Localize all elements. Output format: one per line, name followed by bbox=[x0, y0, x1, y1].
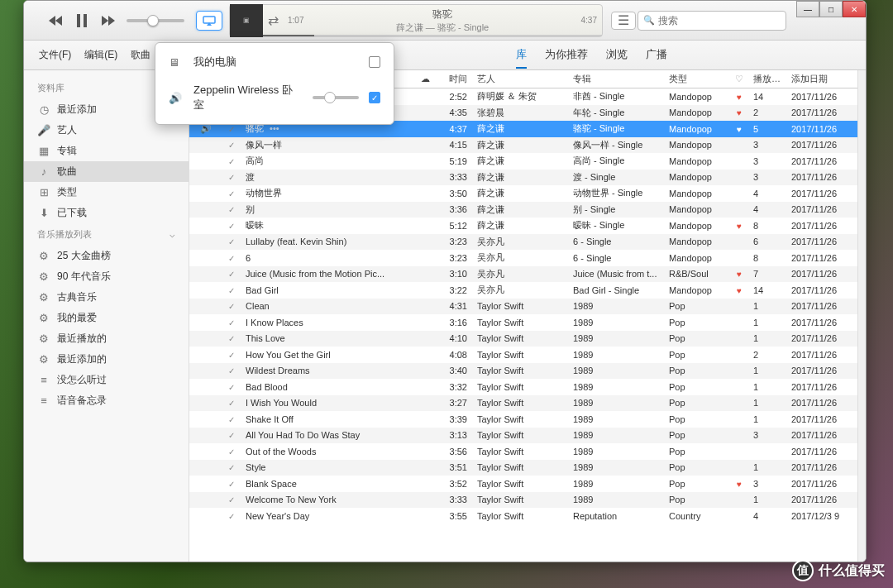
device-checkbox[interactable]: ✓ bbox=[369, 92, 380, 103]
sidebar-item[interactable]: ♪歌曲 bbox=[24, 161, 189, 182]
col-plays[interactable]: 播放次数 bbox=[748, 73, 786, 85]
sidebar-item[interactable]: ≡没怎么听过 bbox=[24, 370, 189, 390]
tab[interactable]: 广播 bbox=[646, 42, 667, 69]
track-row[interactable]: ✓ Blank Space 3:52 Taylor Swift 1989 Pop… bbox=[189, 476, 857, 492]
airplay-device[interactable]: 🔊 Zeppelin Wireless 卧室 ✓ bbox=[155, 76, 394, 119]
sidebar-item[interactable]: ⚙25 大金曲榜 bbox=[24, 246, 189, 266]
check-icon[interactable]: ✓ bbox=[228, 366, 235, 375]
maximize-button[interactable]: □ bbox=[819, 1, 843, 17]
pause-button[interactable] bbox=[70, 11, 93, 31]
menu-item[interactable]: 编辑(E) bbox=[78, 45, 124, 65]
col-artist[interactable]: 艺人 bbox=[472, 73, 568, 85]
track-row[interactable]: ✓ I Wish You Would 3:27 Taylor Swift 198… bbox=[189, 395, 857, 412]
check-icon[interactable]: ✓ bbox=[228, 157, 235, 166]
minimize-button[interactable]: — bbox=[796, 1, 819, 17]
track-row[interactable]: ✓ 像风一样 4:15 薛之谦 像风一样 - Single Mandopop 3… bbox=[189, 137, 857, 154]
sidebar-item[interactable]: ▦专辑 bbox=[24, 141, 189, 161]
heart-icon[interactable]: ♥ bbox=[737, 93, 742, 102]
check-icon[interactable]: ✓ bbox=[228, 254, 235, 263]
track-row[interactable]: ✓ Bad Girl 3:22 吴亦凡 Bad Girl - Single Ma… bbox=[189, 282, 857, 299]
check-icon[interactable]: ✓ bbox=[228, 463, 235, 472]
prev-button[interactable] bbox=[44, 11, 67, 31]
track-row[interactable]: ✓ 动物世界 3:50 薛之谦 动物世界 - Single Mandopop 4… bbox=[189, 185, 857, 202]
heart-icon[interactable]: ♡ bbox=[730, 74, 748, 84]
menu-item[interactable]: 歌曲 bbox=[124, 45, 157, 65]
sidebar-item[interactable]: ⊞类型 bbox=[24, 182, 189, 203]
check-icon[interactable]: ✓ bbox=[228, 189, 235, 198]
more-icon[interactable]: ••• bbox=[267, 123, 279, 133]
check-icon[interactable]: ✓ bbox=[228, 270, 235, 279]
heart-icon[interactable]: ♥ bbox=[737, 125, 742, 134]
heart-icon[interactable]: ♥ bbox=[737, 480, 742, 489]
col-album[interactable]: 专辑 bbox=[568, 73, 664, 85]
sidebar-item[interactable]: ≡语音备忘录 bbox=[24, 390, 189, 411]
track-row[interactable]: ✓ All You Had To Do Was Stay 3:13 Taylor… bbox=[189, 428, 857, 444]
chevron-icon[interactable]: ⌵ bbox=[170, 229, 175, 240]
track-row[interactable]: ✓ Juice (Music from the Motion Pic... 3:… bbox=[189, 266, 857, 283]
progress-bar[interactable] bbox=[263, 35, 602, 36]
sidebar-item[interactable]: ⚙古典音乐 bbox=[24, 287, 189, 308]
tab[interactable]: 库 bbox=[516, 42, 527, 69]
track-row[interactable]: ✓ 渡 3:33 薛之谦 渡 - Single Mandopop 3 2017/… bbox=[189, 170, 857, 186]
track-row[interactable]: ✓ Welcome To New York 3:33 Taylor Swift … bbox=[189, 492, 857, 509]
check-icon[interactable]: ✓ bbox=[228, 237, 235, 246]
check-icon[interactable]: ✓ bbox=[228, 334, 235, 343]
track-row[interactable]: ✓ I Know Places 3:16 Taylor Swift 1989 P… bbox=[189, 314, 857, 331]
cloud-icon[interactable]: ☁ bbox=[413, 74, 437, 84]
track-row[interactable]: ✓ Out of the Woods 3:56 Taylor Swift 198… bbox=[189, 443, 857, 460]
check-icon[interactable]: ✓ bbox=[228, 318, 235, 327]
track-row[interactable]: ✓ Wildest Dreams 3:40 Taylor Swift 1989 … bbox=[189, 363, 857, 380]
sidebar-item[interactable]: ⚙最近添加的 bbox=[24, 349, 189, 370]
volume-slider[interactable] bbox=[127, 19, 184, 22]
device-checkbox[interactable] bbox=[369, 56, 380, 68]
scrollbar[interactable] bbox=[857, 70, 866, 562]
device-volume-slider[interactable] bbox=[313, 96, 359, 99]
check-icon[interactable]: ✓ bbox=[228, 141, 235, 150]
check-icon[interactable]: ✓ bbox=[228, 399, 235, 408]
check-icon[interactable]: ✓ bbox=[228, 222, 235, 231]
check-icon[interactable]: ✓ bbox=[228, 480, 235, 489]
tab[interactable]: 浏览 bbox=[606, 42, 628, 69]
track-row[interactable]: ✓ Shake It Off 3:39 Taylor Swift 1989 Po… bbox=[189, 411, 857, 428]
track-row[interactable]: ✓ Style 3:51 Taylor Swift 1989 Pop 1 201… bbox=[189, 460, 857, 476]
track-row[interactable]: ✓ Bad Blood 3:32 Taylor Swift 1989 Pop 1… bbox=[189, 379, 857, 395]
sidebar-item[interactable]: ⬇已下载 bbox=[24, 203, 189, 223]
track-row[interactable]: ✓ How You Get the Girl 4:08 Taylor Swift… bbox=[189, 347, 857, 363]
check-icon[interactable]: ✓ bbox=[228, 286, 235, 295]
airplay-button[interactable] bbox=[196, 11, 222, 31]
close-button[interactable]: ✕ bbox=[843, 1, 866, 17]
check-icon[interactable]: ✓ bbox=[228, 173, 235, 182]
next-button[interactable] bbox=[97, 11, 120, 31]
check-icon[interactable]: ✓ bbox=[228, 302, 235, 311]
check-icon[interactable]: ✓ bbox=[228, 512, 235, 521]
heart-icon[interactable]: ♥ bbox=[737, 108, 742, 117]
heart-icon[interactable]: ♥ bbox=[737, 222, 742, 231]
menu-item[interactable]: 文件(F) bbox=[32, 45, 78, 65]
sidebar-item[interactable]: ⚙最近播放的 bbox=[24, 328, 189, 349]
check-icon[interactable]: ✓ bbox=[228, 125, 235, 134]
track-row[interactable]: ✓ This Love 4:10 Taylor Swift 1989 Pop 1… bbox=[189, 331, 857, 347]
check-icon[interactable]: ✓ bbox=[228, 415, 235, 424]
col-genre[interactable]: 类型 bbox=[664, 73, 730, 85]
check-icon[interactable]: ✓ bbox=[228, 495, 235, 504]
search-input[interactable] bbox=[658, 15, 781, 26]
heart-icon[interactable]: ♥ bbox=[737, 286, 742, 295]
track-row[interactable]: ✓ Clean 4:31 Taylor Swift 1989 Pop 1 201… bbox=[189, 299, 857, 315]
track-row[interactable]: ✓ 6 3:23 吴亦凡 6 - Single Mandopop 8 2017/… bbox=[189, 250, 857, 266]
airplay-device[interactable]: 🖥 我的电脑 bbox=[155, 48, 394, 76]
col-date[interactable]: 添加日期 bbox=[786, 73, 857, 85]
check-icon[interactable]: ✓ bbox=[228, 383, 235, 392]
list-view-button[interactable]: ☰ bbox=[611, 12, 636, 30]
track-row[interactable]: ✓ Lullaby (feat. Kevin Shin) 3:23 吴亦凡 6 … bbox=[189, 234, 857, 251]
col-time[interactable]: 时间 bbox=[437, 73, 472, 85]
track-row[interactable]: ✓ 高尚 5:19 薛之谦 高尚 - Single Mandopop 3 201… bbox=[189, 153, 857, 170]
tab[interactable]: 为你推荐 bbox=[545, 42, 588, 69]
shuffle-icon[interactable]: ⇄ bbox=[263, 12, 283, 28]
sidebar-item[interactable]: ⚙我的最爱 bbox=[24, 308, 189, 328]
search-box[interactable]: 🔍 bbox=[638, 11, 786, 31]
check-icon[interactable]: ✓ bbox=[228, 447, 235, 457]
sidebar-item[interactable]: ⚙90 年代音乐 bbox=[24, 266, 189, 287]
track-row[interactable]: ✓ 别 3:36 薛之谦 别 - Single Mandopop 4 2017/… bbox=[189, 202, 857, 218]
check-icon[interactable]: ✓ bbox=[228, 431, 235, 440]
heart-icon[interactable]: ♥ bbox=[737, 270, 742, 279]
